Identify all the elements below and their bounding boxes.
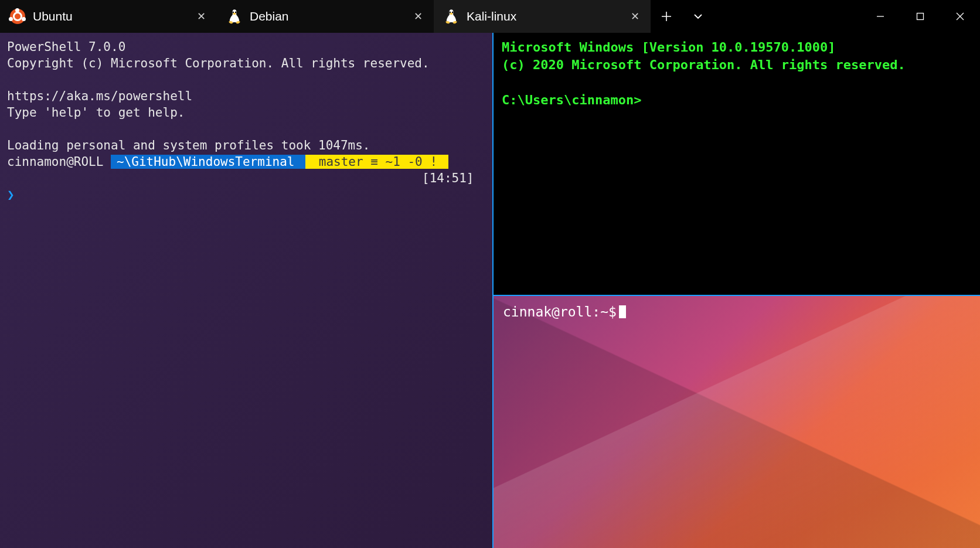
terminal-text: Loading personal and system profiles too…: [7, 138, 370, 152]
terminal-window: Ubuntu ✕ Debian ✕ Kali-linux ✕: [0, 0, 980, 548]
ubuntu-background: [494, 296, 980, 548]
terminal-text: Microsoft Windows [Version 10.0.19570.10…: [502, 40, 836, 55]
terminal-text: Copyright (c) Microsoft Corporation. All…: [7, 56, 430, 70]
terminal-text: PowerShell 7.0.0: [7, 40, 125, 54]
window-controls: [860, 0, 980, 33]
titlebar-drag-area[interactable]: [714, 0, 860, 33]
tab-ubuntu[interactable]: Ubuntu ✕: [0, 0, 217, 33]
tab-dropdown-button[interactable]: [682, 0, 714, 33]
new-tab-button[interactable]: [651, 0, 682, 33]
tab-title: Kali-linux: [467, 9, 621, 23]
prompt: cinnak@roll:~$: [503, 304, 617, 319]
prompt-time: [14:51]: [422, 171, 474, 185]
minimize-button[interactable]: [860, 0, 900, 33]
maximize-button[interactable]: [900, 0, 940, 33]
pane-container: PowerShell 7.0.0 Copyright (c) Microsoft…: [0, 33, 980, 548]
pane-ubuntu-shell[interactable]: cinnak@roll:~$: [494, 295, 980, 548]
close-icon[interactable]: ✕: [411, 10, 424, 23]
close-icon[interactable]: ✕: [628, 10, 641, 23]
tux-icon: [226, 8, 243, 25]
pane-cmd[interactable]: Microsoft Windows [Version 10.0.19570.10…: [494, 33, 980, 295]
pane-right-container: Microsoft Windows [Version 10.0.19570.10…: [492, 33, 980, 548]
terminal-text: https://aka.ms/powershell: [7, 89, 192, 103]
tab-bar: Ubuntu ✕ Debian ✕ Kali-linux ✕: [0, 0, 980, 33]
cursor: [619, 305, 626, 318]
prompt: C:\Users\cinnamon>: [502, 93, 641, 107]
svg-rect-4: [917, 13, 924, 20]
close-window-button[interactable]: [940, 0, 980, 33]
ubuntu-icon: [9, 8, 26, 25]
tab-title: Debian: [250, 9, 404, 23]
tab-title: Ubuntu: [33, 9, 188, 23]
tab-kali[interactable]: Kali-linux ✕: [434, 0, 651, 33]
terminal-text: (c) 2020 Microsoft Corporation. All righ…: [502, 57, 906, 72]
close-icon[interactable]: ✕: [195, 10, 207, 23]
terminal-text: Type 'help' to get help.: [7, 105, 185, 120]
prompt-path: ~\GitHub\WindowsTerminal: [111, 155, 305, 169]
prompt-git: master ≡ ~1 -0 !: [305, 155, 448, 169]
prompt-host: cinnamon@ROLL: [7, 155, 111, 169]
tux-icon: [443, 8, 460, 25]
prompt-chevron: ❯: [7, 188, 15, 202]
tab-debian[interactable]: Debian ✕: [217, 0, 434, 33]
pane-powershell[interactable]: PowerShell 7.0.0 Copyright (c) Microsoft…: [0, 33, 492, 548]
